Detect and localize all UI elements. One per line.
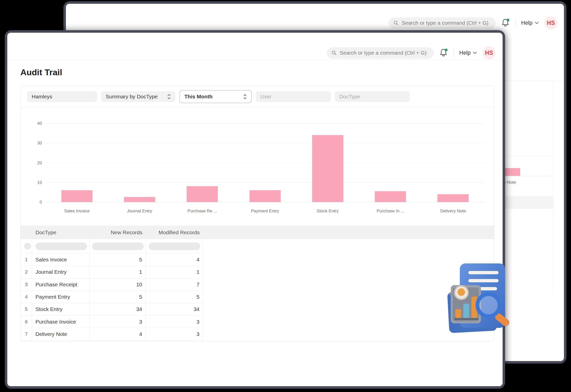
x-axis-label: Delivery Note (422, 209, 484, 214)
x-axis-label: Stock Entry (296, 209, 359, 214)
cell-new-records: 3 (90, 316, 146, 328)
doctype-filter-skeleton[interactable] (35, 243, 87, 250)
gridline-y10 (46, 182, 484, 183)
y-axis-tick: 40 (30, 121, 42, 126)
audit-report-3d-illustration (445, 259, 515, 335)
gridline-y0 (46, 202, 484, 202)
help-menu[interactable]: Help (521, 20, 539, 26)
search-input[interactable]: Search or type a command (Ctrl + G) (327, 47, 434, 59)
table-header-new-records: New Records (90, 229, 146, 236)
table-header-modified-records: Modified Records (146, 229, 203, 236)
back-topbar: Search or type a command (Ctrl + G) Help (389, 16, 557, 29)
row-index: 1 (21, 254, 32, 266)
view-select[interactable]: Summary by DocType (101, 91, 175, 102)
table-row[interactable]: 2Journal Entry11 (21, 266, 203, 278)
x-axis-label: Payment Entry (234, 209, 296, 214)
gridline-y40 (46, 123, 484, 124)
notification-dot (507, 19, 509, 21)
help-menu[interactable]: Help (459, 50, 477, 56)
cell-new-records: 1 (90, 266, 146, 278)
bar-purchase-re[interactable] (187, 186, 218, 202)
cell-modified-records: 34 (146, 303, 203, 315)
bar-payment-entry[interactable] (250, 190, 281, 202)
cell-doctype: Purchase Receipt (32, 279, 90, 291)
bar-sales-invoice[interactable] (61, 190, 93, 202)
company-filter-input[interactable]: Hamleys (27, 91, 97, 102)
front-header-divider (7, 60, 503, 60)
y-axis-tick: 10 (30, 180, 42, 185)
search-input[interactable]: Search or type a command (Ctrl + G) (389, 17, 496, 29)
cell-doctype: Payment Entry (32, 291, 90, 303)
table-filter-row[interactable] (21, 239, 203, 254)
cell-doctype: Journal Entry (32, 266, 90, 278)
row-index: 2 (21, 266, 32, 278)
date-range-select[interactable]: This Month (179, 90, 252, 103)
cell-new-records: 10 (90, 279, 146, 291)
user-avatar[interactable]: HS (544, 16, 557, 29)
cell-modified-records: 4 (146, 254, 203, 266)
topbar-divider (454, 48, 454, 57)
modified-records-filter-skeleton[interactable] (149, 243, 200, 250)
notification-dot (445, 49, 447, 51)
bar-chart-plot: 403020100 (46, 123, 484, 202)
select-updown-icon (167, 94, 171, 99)
row-index: 4 (21, 291, 32, 303)
report-card: Hamleys Summary by DocType This Month (20, 86, 494, 341)
front-topbar: Search or type a command (Ctrl + G) Help (327, 46, 496, 59)
row-index: 6 (21, 316, 32, 328)
chevron-down-icon (473, 52, 477, 54)
cell-new-records: 34 (90, 303, 146, 315)
gridline-y20 (46, 163, 484, 163)
cell-modified-records: 1 (146, 266, 203, 278)
bar-purchase-in[interactable] (375, 191, 406, 202)
user-avatar[interactable]: HS (482, 46, 496, 59)
table-row[interactable]: 3Purchase Receipt107 (21, 279, 203, 291)
bar-delivery-note[interactable] (437, 194, 469, 202)
audit-trail-window: Search or type a command (Ctrl + G) Help (5, 30, 505, 389)
row-index: 5 (21, 303, 32, 315)
audit-trail-window-body: Search or type a command (Ctrl + G) Help (7, 33, 503, 386)
table-row[interactable]: 7Delivery Note43 (21, 328, 203, 340)
x-axis-label: Journal Entry (108, 209, 171, 214)
chevron-down-icon (535, 22, 539, 24)
y-axis-tick: 30 (30, 141, 42, 146)
notifications-bell-icon[interactable] (439, 48, 448, 57)
cell-doctype: Sales Invoice (32, 254, 90, 266)
cell-doctype: Stock Entry (32, 303, 90, 315)
cell-modified-records: 3 (146, 328, 203, 340)
doctype-filter-input[interactable]: DocType (335, 91, 410, 102)
back-content-border (553, 81, 553, 293)
x-axis-label: Sales Invoice (46, 209, 108, 214)
row-index: 7 (21, 328, 32, 340)
new-records-filter-skeleton[interactable] (92, 243, 144, 250)
row-select-skeleton (24, 243, 31, 250)
y-axis-tick: 0 (30, 200, 42, 205)
search-placeholder: Search or type a command (Ctrl + G) (402, 20, 488, 26)
gridline-y30 (46, 143, 484, 143)
search-placeholder: Search or type a command (Ctrl + G) (340, 50, 427, 56)
table-body: 1Sales Invoice542Journal Entry113Purchas… (21, 254, 203, 340)
cell-doctype: Purchase Invoice (32, 316, 90, 328)
table-row[interactable]: 4Payment Entry55 (21, 291, 203, 303)
table-row[interactable]: 6Purchase Invoice33 (21, 316, 203, 328)
user-filter-input[interactable]: User (256, 91, 331, 102)
page-title: Audit Trail (20, 67, 62, 77)
table-row[interactable]: 1Sales Invoice54 (21, 254, 203, 266)
table-header-doctype: DocType (32, 229, 90, 236)
bar-stock-entry[interactable] (312, 135, 343, 202)
search-icon (393, 20, 398, 25)
desktop-background: Search or type a command (Ctrl + G) Help (0, 0, 571, 392)
cell-modified-records: 3 (146, 316, 203, 328)
x-axis-label: Purchase Re ... (171, 209, 234, 214)
cell-doctype: Delivery Note (32, 328, 90, 340)
topbar-divider (515, 18, 516, 27)
table-row[interactable]: 5Stock Entry3434 (21, 303, 203, 316)
bar-chart-x-labels: Sales InvoiceJournal EntryPurchase Re ..… (46, 209, 484, 215)
select-updown-icon (243, 94, 247, 99)
x-axis-label: Purchase In ... (359, 209, 422, 214)
notifications-bell-icon[interactable] (501, 18, 510, 27)
cell-new-records: 5 (90, 254, 146, 266)
bar-journal-entry[interactable] (124, 197, 155, 202)
cell-new-records: 5 (90, 291, 146, 303)
cell-new-records: 4 (90, 328, 146, 340)
